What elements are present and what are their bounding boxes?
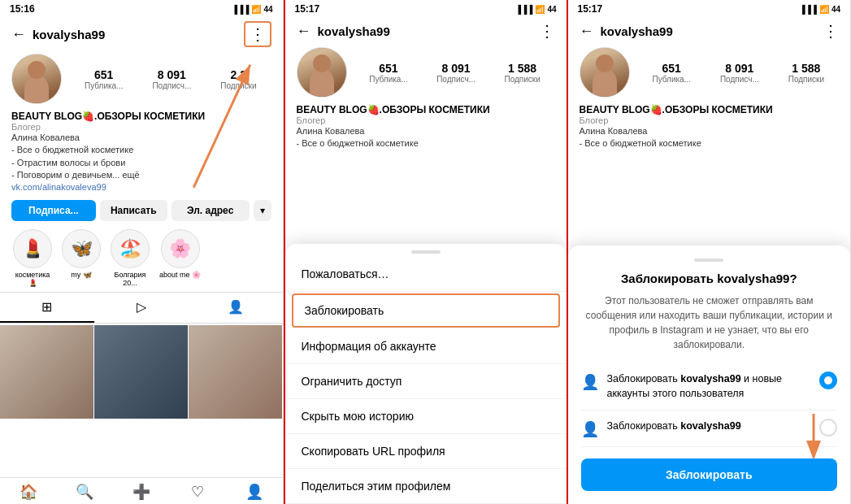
- radio-button-1[interactable]: [819, 371, 837, 389]
- signal-icon-2: ▐▐▐: [515, 5, 532, 14]
- more-icon-1[interactable]: ⋮: [244, 21, 271, 47]
- avatar-1: [11, 54, 62, 104]
- nav-home-1[interactable]: 🏠: [0, 483, 57, 501]
- wifi-icon: 📶: [251, 5, 261, 14]
- menu-item-copy-url[interactable]: Скопировать URL профиля: [285, 434, 567, 469]
- grid-cell-1[interactable]: [0, 325, 93, 419]
- bio-line4-1: - Поговорим о девичьем... ещё: [11, 169, 271, 181]
- block-confirm-button[interactable]: Заблокировать: [581, 458, 838, 491]
- menu-item-share-profile[interactable]: Поделиться этим профилем: [285, 469, 567, 504]
- battery-icon: 44: [263, 5, 272, 14]
- menu-item-report[interactable]: Пожаловаться…: [285, 257, 567, 292]
- nav-search-1[interactable]: 🔍: [57, 483, 114, 501]
- tab-reels-1[interactable]: ▷: [94, 293, 189, 323]
- stat-label-following-1: Подписки: [220, 81, 256, 90]
- stat-num-followers-1: 8 091: [158, 68, 186, 81]
- highlight-circle-2: 🦋: [62, 229, 101, 268]
- stat-num-following-2: 1 588: [508, 62, 536, 75]
- stat-label-following-2: Подписки: [504, 75, 540, 84]
- stat-followers-3: 8 091 Подписч...: [720, 62, 759, 84]
- nav-add-1[interactable]: ➕: [113, 483, 170, 501]
- highlight-circle-1: 💄: [13, 229, 52, 268]
- bio-line1-3: Алина Ковалева: [580, 125, 840, 137]
- more-icon-3[interactable]: ⋮: [823, 21, 839, 41]
- avatar-2: [297, 47, 347, 98]
- panel-3: 15:17 ▐▐▐ 📶 44 ← kovalysha99 ⋮ 651 Публи…: [568, 0, 852, 504]
- stat-posts-2: 651 Публика...: [369, 62, 408, 84]
- email-button-1[interactable]: Эл. адрес: [172, 200, 250, 221]
- bio-line2-3: - Все о бюджетной косметике: [580, 137, 840, 150]
- bio-section-2: BEAUTY BLOG🍓.ОБЗОРЫ КОСМЕТИКИ Блогер Али…: [285, 102, 567, 154]
- tab-tagged-1[interactable]: 👤: [189, 293, 283, 323]
- stats-row-1: 651 Публика... 8 091 Подписч... 2 3 Подп…: [0, 50, 283, 109]
- battery-icon-2: 44: [547, 5, 556, 14]
- tab-grid-1[interactable]: ⊞: [0, 293, 94, 323]
- bio-category-1: Блогер: [11, 122, 271, 132]
- nav-heart-1[interactable]: ♡: [170, 483, 227, 501]
- highlight-4[interactable]: 🌸 about me 🌸: [159, 229, 201, 287]
- more-icon-2[interactable]: ⋮: [539, 21, 555, 41]
- nav-profile-1[interactable]: 👤: [226, 483, 283, 501]
- block-option-1[interactable]: 👤 Заблокировать kovalysha99 и новые акка…: [581, 363, 838, 411]
- grid-cell-3[interactable]: [189, 325, 282, 419]
- highlight-label-4: about me 🌸: [159, 271, 201, 279]
- battery-icon-3: 44: [831, 5, 840, 14]
- block-option-2[interactable]: 👤 Заблокировать kovalysha99: [581, 411, 838, 447]
- stat-label-followers-2: Подписч...: [436, 75, 475, 84]
- bio-category-3: Блогер: [580, 115, 840, 125]
- highlight-circle-3: 🏖️: [111, 229, 150, 268]
- bio-name-2: BEAUTY BLOG🍓.ОБЗОРЫ КОСМЕТИКИ: [297, 104, 555, 115]
- highlight-2[interactable]: 🦋 my 🦋: [62, 229, 101, 287]
- stat-num-posts-1: 651: [94, 68, 113, 81]
- menu-item-restrict[interactable]: Ограничить доступ: [285, 364, 567, 399]
- follow-button-1[interactable]: Подписа...: [11, 200, 96, 221]
- signal-icon-3: ▐▐▐: [800, 5, 817, 14]
- bio-link-1[interactable]: vk.com/alinakovaleva99: [11, 182, 271, 192]
- panel-2: 15:17 ▐▐▐ 📶 44 ← kovalysha99 ⋮ 651 Публи…: [284, 0, 568, 504]
- time-2: 15:17: [295, 3, 320, 15]
- block-option-text-1: Заблокировать kovalysha99 и новые аккаун…: [607, 371, 812, 402]
- dropdown-button-1[interactable]: ▾: [254, 200, 271, 221]
- person-icon-2: 👤: [581, 420, 599, 438]
- status-bar-2: 15:17 ▐▐▐ 📶 44: [285, 0, 567, 16]
- wifi-icon-2: 📶: [535, 5, 545, 14]
- status-bar-3: 15:17 ▐▐▐ 📶 44: [568, 0, 851, 16]
- stat-num-followers-2: 8 091: [442, 62, 471, 75]
- highlight-circle-4: 🌸: [161, 229, 200, 268]
- block-dialog: Заблокировать kovalysha99? Этот пользова…: [568, 245, 851, 505]
- menu-item-hide-story[interactable]: Скрыть мою историю: [285, 399, 567, 434]
- status-icons-1: ▐▐▐ 📶 44: [232, 5, 272, 14]
- profile-header-2: ← kovalysha99 ⋮: [285, 16, 567, 44]
- radio-button-2[interactable]: [819, 419, 837, 437]
- message-button-1[interactable]: Написать: [100, 200, 167, 221]
- menu-handle: [411, 250, 441, 254]
- stat-num-posts-2: 651: [379, 62, 397, 75]
- back-button-1[interactable]: ←: [11, 26, 26, 43]
- stat-following-1: 2 3 Подписки: [220, 68, 256, 90]
- menu-item-block[interactable]: Заблокировать: [292, 293, 560, 328]
- person-icon-1: 👤: [581, 373, 599, 391]
- stat-label-following-3: Подписки: [788, 75, 824, 84]
- highlight-label-1: косметика💄: [11, 271, 54, 287]
- radio-inner-1: [824, 376, 832, 385]
- grid-cell-2[interactable]: [94, 325, 188, 419]
- back-button-2[interactable]: ←: [297, 23, 311, 40]
- highlight-3[interactable]: 🏖️ Болгария 20...: [109, 229, 151, 287]
- stats-row-2: 651 Публика... 8 091 Подписч... 1 588 По…: [285, 44, 567, 102]
- highlights-row-1: 💄 косметика💄 🦋 my 🦋 🏖️ Болгария 20... 🌸 …: [0, 224, 283, 290]
- bio-line1-1: Алина Ковалева: [11, 132, 271, 144]
- avatar-3: [580, 47, 630, 98]
- back-button-3[interactable]: ←: [580, 23, 594, 40]
- panel-1: 15:16 ▐▐▐ 📶 44 ← kovalysha99 ⋮ 651 Публи…: [0, 0, 284, 504]
- block-option-verb-2: Заблокировать: [607, 420, 681, 432]
- dialog-handle: [694, 259, 723, 262]
- stat-followers-2: 8 091 Подписч...: [436, 62, 475, 84]
- highlight-1[interactable]: 💄 косметика💄: [11, 229, 54, 287]
- time-3: 15:17: [578, 3, 603, 15]
- menu-item-account-info[interactable]: Информация об аккаунте: [285, 329, 567, 364]
- dialog-desc: Этот пользователь не сможет отправлять в…: [581, 293, 838, 352]
- menu-sheet: Пожаловаться… Заблокировать Информация о…: [285, 244, 567, 504]
- stat-num-posts-3: 651: [662, 62, 681, 75]
- stat-following-2: 1 588 Подписки: [504, 62, 540, 84]
- bio-line2-1: - Все о бюджетной косметике: [11, 144, 271, 156]
